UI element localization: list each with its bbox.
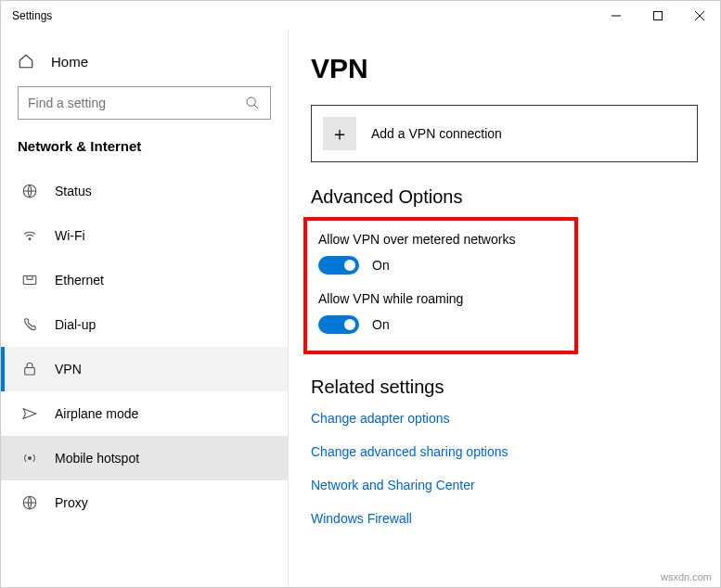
close-button[interactable] [678,1,720,31]
sidebar-item-label: VPN [55,362,82,377]
svg-line-5 [254,105,258,109]
advanced-options-header: Advanced Options [311,186,698,208]
toggle-metered[interactable] [318,256,359,275]
sidebar-item-airplane[interactable]: Airplane mode [1,391,288,436]
home-button[interactable]: Home [1,47,288,75]
sidebar-item-dialup[interactable]: Dial-up [1,302,288,347]
hotspot-icon [21,450,38,467]
sidebar-item-label: Dial-up [55,317,96,332]
link-network-center[interactable]: Network and Sharing Center [311,478,698,492]
window-title: Settings [12,9,595,22]
highlight-box: Allow VPN over metered networks On Allow… [303,217,578,354]
airplane-icon [21,405,38,422]
sidebar-item-vpn[interactable]: VPN [1,347,288,391]
sidebar: Home Network & Internet Status [1,31,289,587]
toggle-state: On [372,258,390,273]
add-vpn-connection-button[interactable]: ＋ Add a VPN connection [311,105,698,162]
main-content: VPN ＋ Add a VPN connection Advanced Opti… [289,31,720,587]
sidebar-nav: Status Wi-Fi Ethernet [1,169,288,587]
toggle-state: On [372,317,390,332]
sidebar-item-ethernet[interactable]: Ethernet [1,258,288,302]
link-sharing-options[interactable]: Change advanced sharing options [311,444,698,459]
sidebar-item-proxy[interactable]: Proxy [1,480,288,525]
page-title: VPN [311,53,698,84]
window-body: Home Network & Internet Status [1,31,720,587]
svg-rect-9 [23,276,36,285]
option-label: Allow VPN while roaming [318,291,563,306]
search-box[interactable] [18,86,271,120]
option-metered: Allow VPN over metered networks On [318,232,563,275]
option-roaming: Allow VPN while roaming On [318,291,563,334]
sidebar-item-label: Proxy [55,495,88,510]
sidebar-item-label: Mobile hotspot [55,451,139,466]
status-icon [21,183,38,199]
sidebar-group-header: Network & Internet [1,138,288,169]
search-input[interactable] [28,96,244,110]
svg-point-12 [29,457,32,460]
vpn-icon [21,361,38,377]
link-adapter-options[interactable]: Change adapter options [311,411,698,426]
proxy-icon [21,494,38,511]
sidebar-item-label: Status [55,184,92,198]
sidebar-item-label: Airplane mode [55,406,138,421]
related-settings-header: Related settings [311,377,698,398]
toggle-roaming[interactable] [318,315,359,334]
option-label: Allow VPN over metered networks [318,232,563,247]
svg-rect-1 [653,12,662,20]
add-vpn-label: Add a VPN connection [371,126,502,141]
wifi-icon [21,227,38,244]
svg-point-8 [29,238,31,240]
svg-rect-11 [25,368,35,376]
dialup-icon [21,316,38,333]
watermark: wsxdn.com [661,571,712,582]
minimize-button[interactable] [595,1,637,31]
link-windows-firewall[interactable]: Windows Firewall [311,511,698,526]
search-icon [244,96,261,110]
svg-point-4 [247,97,255,106]
sidebar-item-status[interactable]: Status [1,169,288,213]
sidebar-item-label: Wi-Fi [55,228,85,243]
sidebar-item-wifi[interactable]: Wi-Fi [1,213,288,258]
sidebar-item-hotspot[interactable]: Mobile hotspot [1,436,288,480]
ethernet-icon [21,272,38,288]
maximize-button[interactable] [637,1,678,31]
home-icon [18,53,34,70]
sidebar-item-label: Ethernet [55,273,104,288]
settings-window: Settings Home [0,0,721,588]
svg-rect-10 [27,276,32,280]
home-label: Home [51,54,88,70]
plus-icon: ＋ [323,117,356,150]
titlebar: Settings [1,1,720,31]
